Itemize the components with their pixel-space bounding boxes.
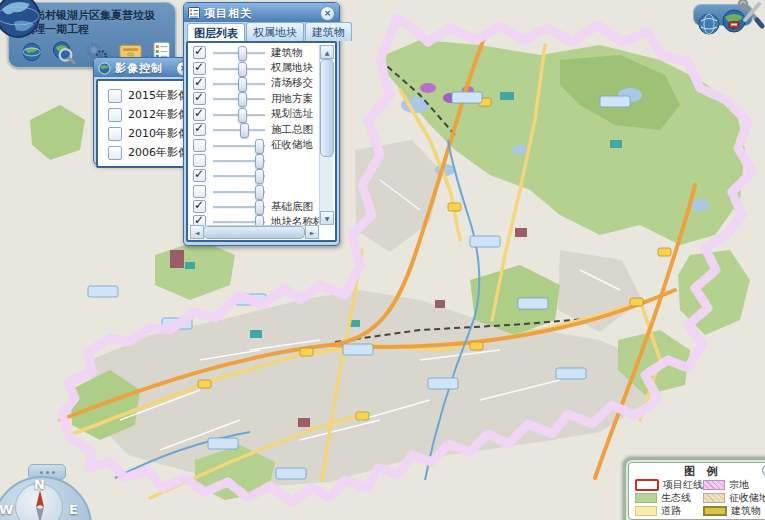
- layer-checkbox[interactable]: [193, 139, 206, 152]
- compass-west-label[interactable]: W: [0, 502, 13, 517]
- compass-needle-icon: [33, 490, 47, 520]
- layer-checkbox[interactable]: [193, 200, 206, 213]
- project-redline-swatch: [635, 479, 659, 491]
- globe-icon[interactable]: [21, 41, 42, 63]
- parcel-swatch: [703, 480, 725, 490]
- compass-east-label[interactable]: E: [69, 502, 78, 517]
- vertical-scroll-thumb[interactable]: [320, 59, 334, 157]
- layer-row: 清场移交: [190, 76, 319, 91]
- legend-item: 建筑物: [703, 504, 765, 517]
- layer-row: 规划选址: [190, 107, 319, 122]
- layer-checkbox[interactable]: [193, 108, 206, 121]
- imagery-panel-titlebar[interactable]: 影像控制 ×: [94, 58, 195, 77]
- layer-checkbox[interactable]: [193, 185, 206, 198]
- legend-label: 道路: [661, 504, 681, 518]
- layer-label: 建筑物: [271, 46, 303, 60]
- layer-opacity-slider[interactable]: [213, 139, 265, 152]
- layer-checkbox[interactable]: [193, 123, 206, 136]
- layer-opacity-slider[interactable]: [213, 123, 265, 136]
- layer-checkbox[interactable]: [193, 46, 206, 59]
- imagery-option-row: 2012年影像: [108, 105, 191, 124]
- imagery-control-panel: 影像控制 × 2015年影像 2012年影像 2010年影像 2006年影像: [93, 57, 196, 165]
- scroll-down-icon[interactable]: ▼: [320, 211, 334, 225]
- tools-icon[interactable]: [737, 0, 765, 30]
- imagery-checkbox-2015[interactable]: [108, 89, 122, 103]
- layer-opacity-slider[interactable]: [213, 62, 265, 75]
- layer-checkbox[interactable]: [193, 169, 206, 182]
- legend-label: 征收储地: [729, 491, 765, 505]
- road-swatch: [635, 506, 657, 516]
- legend-label: 项目红线: [663, 478, 703, 492]
- list-icon: [188, 7, 200, 19]
- layer-label: 征收储地: [271, 138, 313, 152]
- legend-label: 建筑物: [731, 504, 761, 518]
- imagery-option-label: 2015年影像: [128, 88, 189, 103]
- layer-opacity-slider[interactable]: [213, 46, 265, 59]
- imagery-option-label: 2010年影像: [128, 126, 189, 141]
- tab-ownership-parcels[interactable]: 权属地块: [246, 22, 304, 41]
- scroll-left-icon[interactable]: ◄: [190, 225, 204, 239]
- tab-layer-list[interactable]: 图层列表: [187, 23, 245, 42]
- layer-opacity-slider[interactable]: [213, 92, 265, 105]
- layer-opacity-slider[interactable]: [213, 215, 265, 225]
- imagery-option-label: 2012年影像: [128, 107, 189, 122]
- globe-icon[interactable]: [697, 12, 721, 36]
- layer-checkbox[interactable]: [193, 154, 206, 167]
- tab-buildings[interactable]: 建筑物: [305, 22, 352, 41]
- layer-opacity-slider[interactable]: [213, 185, 265, 198]
- legend-title: 图 例: [635, 465, 765, 478]
- layer-row: [190, 168, 319, 183]
- project-panel-titlebar[interactable]: 项目相关 ×: [184, 3, 339, 22]
- layer-row: 基础底图: [190, 199, 319, 214]
- project-panel-title: 项目相关: [204, 6, 316, 21]
- legend-item: 项目红线: [635, 478, 701, 491]
- close-icon[interactable]: ×: [320, 6, 335, 21]
- legend-label: 生态线: [661, 491, 691, 505]
- project-panel-tabs: 图层列表 权属地块 建筑物: [184, 22, 339, 41]
- layer-row: 征收储地: [190, 137, 319, 152]
- imagery-checkbox-2010[interactable]: [108, 127, 122, 141]
- imagery-checkbox-2006[interactable]: [108, 146, 122, 160]
- legend-item: 宗地: [703, 478, 765, 491]
- globe-icon: [98, 62, 111, 75]
- imagery-option-label: 2006年影像: [128, 145, 189, 160]
- imagery-checkbox-2012[interactable]: [108, 108, 122, 122]
- layer-checkbox[interactable]: [193, 62, 206, 75]
- building-swatch: [703, 506, 727, 516]
- compass-navigator[interactable]: N W E S: [0, 460, 102, 520]
- layer-checkbox[interactable]: [193, 92, 206, 105]
- imagery-option-row: 2010年影像: [108, 124, 191, 143]
- horizontal-scroll-thumb[interactable]: [203, 226, 305, 239]
- layer-label: 基础底图: [271, 200, 313, 214]
- imagery-option-row: 2006年影像: [108, 143, 191, 162]
- layer-opacity-slider[interactable]: [213, 108, 265, 121]
- imagery-panel-body: 2015年影像 2012年影像 2010年影像 2006年影像: [96, 79, 193, 168]
- project-related-panel: 项目相关 × 图层列表 权属地块 建筑物 建筑物 权属地块 清场移交: [183, 2, 340, 246]
- layer-label: 清场移交: [271, 76, 313, 90]
- legend-label: 宗地: [729, 478, 749, 492]
- layer-checkbox[interactable]: [193, 215, 206, 225]
- layer-list-body: 建筑物 权属地块 清场移交 用地方案 规划选址: [186, 41, 337, 242]
- imagery-panel-title: 影像控制: [115, 61, 172, 76]
- scroll-right-icon[interactable]: ►: [305, 225, 319, 239]
- layer-checkbox[interactable]: [193, 77, 206, 90]
- layer-label: 规划选址: [271, 107, 313, 121]
- layer-opacity-slider[interactable]: [213, 169, 265, 182]
- horizontal-scrollbar[interactable]: ◄ ►: [190, 225, 319, 238]
- project-title-line1: 泥岗村银湖片区集夏普垃圾: [23, 9, 175, 23]
- world-globe-icon[interactable]: [0, 0, 42, 40]
- legend-body: 图 例 × 项目红线 宗地 生态线 征收储地 道路: [628, 462, 765, 520]
- vertical-scrollbar[interactable]: ▲ ▼: [319, 45, 333, 225]
- scroll-up-icon[interactable]: ▲: [320, 45, 334, 59]
- search-globe-icon[interactable]: [51, 40, 76, 64]
- layer-opacity-slider[interactable]: [213, 77, 265, 90]
- layer-row: 权属地块: [190, 60, 319, 75]
- layer-row: 施工总图: [190, 122, 319, 137]
- legend-item: 道路: [635, 504, 701, 517]
- layer-opacity-slider[interactable]: [213, 200, 265, 213]
- layer-label: 用地方案: [271, 92, 313, 106]
- layer-opacity-slider[interactable]: [213, 154, 265, 167]
- legend-items: 项目红线 宗地 生态线 征收储地 道路 建筑物: [635, 478, 765, 517]
- layer-row: [190, 184, 319, 199]
- imagery-option-row: 2015年影像: [108, 86, 191, 105]
